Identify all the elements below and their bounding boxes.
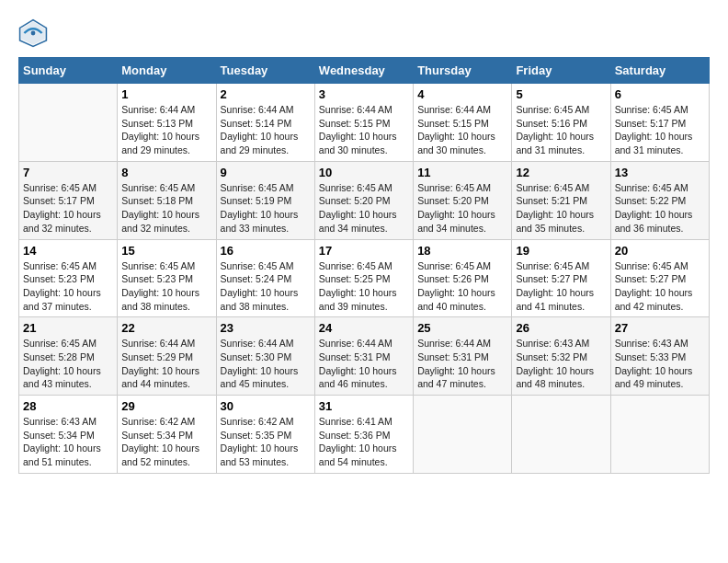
day-detail: Sunrise: 6:45 AM Sunset: 5:20 PM Dayligh… (417, 181, 507, 236)
calendar-cell (512, 396, 610, 474)
day-number: 21 (23, 321, 113, 335)
calendar-cell: 2Sunrise: 6:44 AM Sunset: 5:14 PM Daylig… (216, 84, 314, 162)
day-number: 3 (319, 87, 409, 101)
day-number: 7 (23, 166, 113, 179)
day-number: 27 (615, 321, 705, 335)
calendar-cell: 16Sunrise: 6:45 AM Sunset: 5:24 PM Dayli… (216, 239, 314, 317)
day-detail: Sunrise: 6:44 AM Sunset: 5:14 PM Dayligh… (221, 103, 311, 157)
day-detail: Sunrise: 6:43 AM Sunset: 5:32 PM Dayligh… (516, 337, 606, 391)
day-number: 20 (615, 244, 705, 258)
day-detail: Sunrise: 6:44 AM Sunset: 5:15 PM Dayligh… (417, 103, 507, 157)
calendar-week-row: 21Sunrise: 6:45 AM Sunset: 5:28 PM Dayli… (19, 317, 710, 396)
day-detail: Sunrise: 6:45 AM Sunset: 5:23 PM Dayligh… (23, 259, 113, 314)
day-number: 26 (516, 321, 606, 335)
day-detail: Sunrise: 6:45 AM Sunset: 5:28 PM Dayligh… (23, 337, 113, 391)
calendar-cell: 21Sunrise: 6:45 AM Sunset: 5:28 PM Dayli… (19, 317, 118, 396)
day-detail: Sunrise: 6:45 AM Sunset: 5:20 PM Dayligh… (319, 181, 409, 236)
day-number: 17 (319, 244, 409, 258)
day-number: 28 (23, 399, 113, 413)
day-number: 24 (319, 321, 409, 335)
weekday-header-thursday: Thursday (414, 58, 512, 84)
day-number: 14 (23, 244, 113, 258)
weekday-header-saturday: Saturday (610, 58, 709, 84)
day-detail: Sunrise: 6:45 AM Sunset: 5:18 PM Dayligh… (121, 181, 211, 236)
day-detail: Sunrise: 6:44 AM Sunset: 5:15 PM Dayligh… (319, 103, 409, 157)
day-number: 9 (221, 166, 311, 179)
day-number: 19 (516, 244, 606, 258)
day-number: 15 (121, 244, 211, 258)
calendar-cell: 18Sunrise: 6:45 AM Sunset: 5:26 PM Dayli… (414, 239, 512, 317)
day-number: 10 (319, 166, 409, 179)
weekday-header-friday: Friday (512, 58, 610, 84)
logo (18, 18, 51, 48)
calendar-cell: 10Sunrise: 6:45 AM Sunset: 5:20 PM Dayli… (314, 161, 413, 239)
day-detail: Sunrise: 6:44 AM Sunset: 5:31 PM Dayligh… (417, 337, 507, 391)
calendar-cell: 11Sunrise: 6:45 AM Sunset: 5:20 PM Dayli… (414, 161, 512, 239)
day-detail: Sunrise: 6:44 AM Sunset: 5:31 PM Dayligh… (319, 337, 409, 391)
calendar-table: SundayMondayTuesdayWednesdayThursdayFrid… (18, 57, 710, 474)
calendar-cell: 6Sunrise: 6:45 AM Sunset: 5:17 PM Daylig… (610, 84, 709, 162)
day-detail: Sunrise: 6:45 AM Sunset: 5:27 PM Dayligh… (516, 259, 606, 314)
day-detail: Sunrise: 6:45 AM Sunset: 5:24 PM Dayligh… (221, 259, 311, 314)
day-number: 12 (516, 166, 606, 179)
calendar-cell: 30Sunrise: 6:42 AM Sunset: 5:35 PM Dayli… (216, 396, 314, 474)
calendar-cell: 3Sunrise: 6:44 AM Sunset: 5:15 PM Daylig… (314, 84, 413, 162)
calendar-cell: 22Sunrise: 6:44 AM Sunset: 5:29 PM Dayli… (118, 317, 216, 396)
calendar-cell: 14Sunrise: 6:45 AM Sunset: 5:23 PM Dayli… (19, 239, 118, 317)
calendar-cell: 28Sunrise: 6:43 AM Sunset: 5:34 PM Dayli… (19, 396, 118, 474)
calendar-cell: 13Sunrise: 6:45 AM Sunset: 5:22 PM Dayli… (610, 161, 709, 239)
calendar-cell: 4Sunrise: 6:44 AM Sunset: 5:15 PM Daylig… (414, 84, 512, 162)
calendar-cell: 27Sunrise: 6:43 AM Sunset: 5:33 PM Dayli… (610, 317, 709, 396)
day-number: 16 (221, 244, 311, 258)
day-number: 13 (615, 166, 705, 179)
calendar-cell: 8Sunrise: 6:45 AM Sunset: 5:18 PM Daylig… (118, 161, 216, 239)
day-detail: Sunrise: 6:44 AM Sunset: 5:13 PM Dayligh… (121, 103, 211, 157)
calendar-cell: 25Sunrise: 6:44 AM Sunset: 5:31 PM Dayli… (414, 317, 512, 396)
day-number: 18 (417, 244, 507, 258)
day-detail: Sunrise: 6:44 AM Sunset: 5:30 PM Dayligh… (221, 337, 311, 391)
weekday-header-tuesday: Tuesday (216, 58, 314, 84)
day-detail: Sunrise: 6:43 AM Sunset: 5:34 PM Dayligh… (23, 415, 113, 469)
day-number: 23 (221, 321, 311, 335)
svg-point-2 (31, 31, 36, 36)
day-detail: Sunrise: 6:45 AM Sunset: 5:23 PM Dayligh… (121, 259, 211, 314)
day-number: 6 (615, 87, 705, 101)
day-detail: Sunrise: 6:45 AM Sunset: 5:17 PM Dayligh… (615, 103, 705, 157)
calendar-week-row: 7Sunrise: 6:45 AM Sunset: 5:17 PM Daylig… (19, 161, 710, 239)
day-detail: Sunrise: 6:44 AM Sunset: 5:29 PM Dayligh… (121, 337, 211, 391)
day-detail: Sunrise: 6:42 AM Sunset: 5:35 PM Dayligh… (221, 415, 311, 469)
day-detail: Sunrise: 6:45 AM Sunset: 5:27 PM Dayligh… (615, 259, 705, 314)
day-detail: Sunrise: 6:41 AM Sunset: 5:36 PM Dayligh… (319, 415, 409, 469)
day-number: 4 (417, 87, 507, 101)
weekday-header-sunday: Sunday (19, 58, 118, 84)
calendar-cell: 29Sunrise: 6:42 AM Sunset: 5:34 PM Dayli… (118, 396, 216, 474)
calendar-cell: 15Sunrise: 6:45 AM Sunset: 5:23 PM Dayli… (118, 239, 216, 317)
logo-icon (18, 18, 48, 48)
calendar-cell: 17Sunrise: 6:45 AM Sunset: 5:25 PM Dayli… (314, 239, 413, 317)
day-number: 1 (121, 87, 211, 101)
day-detail: Sunrise: 6:45 AM Sunset: 5:25 PM Dayligh… (319, 259, 409, 314)
calendar-cell (610, 396, 709, 474)
day-detail: Sunrise: 6:45 AM Sunset: 5:16 PM Dayligh… (516, 103, 606, 157)
calendar-cell (414, 396, 512, 474)
day-number: 30 (221, 399, 311, 413)
weekday-header-row: SundayMondayTuesdayWednesdayThursdayFrid… (19, 58, 710, 84)
day-number: 22 (121, 321, 211, 335)
day-detail: Sunrise: 6:45 AM Sunset: 5:22 PM Dayligh… (615, 181, 705, 236)
day-number: 31 (319, 399, 409, 413)
calendar-cell: 9Sunrise: 6:45 AM Sunset: 5:19 PM Daylig… (216, 161, 314, 239)
calendar-cell: 24Sunrise: 6:44 AM Sunset: 5:31 PM Dayli… (314, 317, 413, 396)
calendar-cell: 23Sunrise: 6:44 AM Sunset: 5:30 PM Dayli… (216, 317, 314, 396)
calendar-cell: 1Sunrise: 6:44 AM Sunset: 5:13 PM Daylig… (118, 84, 216, 162)
day-detail: Sunrise: 6:45 AM Sunset: 5:17 PM Dayligh… (23, 181, 113, 236)
calendar-cell: 5Sunrise: 6:45 AM Sunset: 5:16 PM Daylig… (512, 84, 610, 162)
day-number: 8 (121, 166, 211, 179)
calendar-cell: 31Sunrise: 6:41 AM Sunset: 5:36 PM Dayli… (314, 396, 413, 474)
day-detail: Sunrise: 6:42 AM Sunset: 5:34 PM Dayligh… (121, 415, 211, 469)
page-header (18, 18, 710, 48)
day-number: 29 (121, 399, 211, 413)
calendar-cell: 20Sunrise: 6:45 AM Sunset: 5:27 PM Dayli… (610, 239, 709, 317)
day-number: 2 (221, 87, 311, 101)
calendar-week-row: 1Sunrise: 6:44 AM Sunset: 5:13 PM Daylig… (19, 84, 710, 162)
day-number: 25 (417, 321, 507, 335)
